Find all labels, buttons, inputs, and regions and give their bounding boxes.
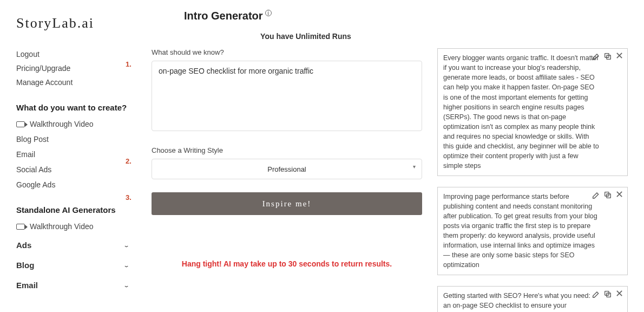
sidebar-item-label: Walkthrough Video	[30, 222, 94, 231]
edit-icon[interactable]	[592, 191, 600, 199]
close-icon[interactable]: ✕	[615, 191, 624, 199]
step-number: 2.	[126, 157, 132, 165]
sidebar-item-blog-post[interactable]: Blog Post	[16, 135, 130, 144]
close-icon[interactable]: ✕	[615, 52, 624, 61]
chevron-down-icon: ⌄	[123, 263, 130, 268]
sidebar-link-logout[interactable]: Logout	[16, 50, 130, 58]
step-2: 2. Choose a Writing Style Professional	[152, 146, 422, 179]
sidebar-heading-standalone: Standalone AI Generators	[16, 204, 130, 216]
sidebar-collapsible-ads[interactable]: Ads ⌄	[16, 237, 130, 253]
video-icon	[16, 121, 25, 127]
sidebar: StoryLab.ai Logout Pricing/Upgrade Manag…	[0, 0, 141, 312]
chevron-down-icon: ⌄	[123, 283, 130, 288]
result-text: Improving page performance starts before…	[443, 193, 597, 269]
sidebar-item-standalone-walkthrough[interactable]: Walkthrough Video	[16, 222, 130, 231]
sidebar-item-label: Walkthrough Video	[30, 120, 94, 128]
prompt-input[interactable]	[152, 61, 422, 131]
info-icon[interactable]: i	[265, 10, 272, 16]
sidebar-item-walkthrough-video[interactable]: Walkthrough Video	[16, 120, 130, 128]
step-3: 3. Inspire me!	[152, 192, 422, 215]
result-text: Getting started with SEO? Here's what yo…	[443, 292, 599, 313]
input-label-prompt: What should we know?	[152, 48, 422, 56]
result-text: Every blogger wants organic traffic. It …	[443, 54, 599, 170]
edit-icon[interactable]	[592, 290, 600, 298]
close-icon[interactable]: ✕	[615, 290, 624, 298]
sidebar-link-manage-account[interactable]: Manage Account	[16, 78, 130, 87]
sidebar-item-label: Blog Post	[16, 135, 49, 144]
writing-style-select[interactable]: Professional	[152, 159, 422, 179]
video-icon	[16, 224, 25, 230]
sidebar-collapsible-email[interactable]: Email ⌄	[16, 277, 130, 293]
sidebar-link-pricing[interactable]: Pricing/Upgrade	[16, 64, 130, 73]
copy-icon[interactable]	[603, 191, 612, 199]
select-label-style: Choose a Writing Style	[152, 146, 422, 154]
sidebar-item-google-ads[interactable]: Google Ads	[16, 180, 130, 189]
page-title: Intro Generator	[184, 10, 263, 22]
status-text: Hang tight! AI may take up to 30 seconds…	[152, 258, 422, 270]
sidebar-heading-create: What do you want to create?	[16, 102, 130, 113]
sidebar-collapsible-blog[interactable]: Blog ⌄	[16, 257, 130, 273]
sidebar-collapsible-label: Email	[16, 281, 38, 290]
chevron-down-icon: ⌄	[123, 243, 130, 248]
sidebar-collapsible-label: Ads	[16, 240, 31, 250]
main-content: Intro Generator i You have Unlimited Run…	[141, 0, 644, 312]
form-column: 1. What should we know? 2. Choose a Writ…	[152, 48, 422, 312]
sidebar-item-label: Social Ads	[16, 165, 51, 174]
brand-logo[interactable]: StoryLab.ai	[16, 15, 130, 31]
results-column: Every blogger wants organic traffic. It …	[437, 48, 628, 312]
step-number: 1.	[126, 60, 132, 68]
copy-icon[interactable]	[603, 52, 612, 61]
sidebar-item-email[interactable]: Email	[16, 150, 130, 159]
runs-text: You have Unlimited Runs	[184, 32, 428, 41]
step-1: 1. What should we know?	[152, 48, 422, 133]
sidebar-item-label: Email	[16, 150, 35, 159]
result-card: Improving page performance starts before…	[437, 187, 628, 275]
result-card: Every blogger wants organic traffic. It …	[437, 48, 628, 176]
sidebar-collapsible-label: Blog	[16, 261, 34, 270]
inspire-button[interactable]: Inspire me!	[152, 192, 422, 215]
sidebar-item-label: Google Ads	[16, 180, 55, 189]
edit-icon[interactable]	[592, 52, 600, 61]
step-number: 3.	[126, 193, 132, 202]
sidebar-item-social-ads[interactable]: Social Ads	[16, 165, 130, 174]
copy-icon[interactable]	[603, 290, 612, 298]
result-card: Getting started with SEO? Here's what yo…	[437, 286, 628, 313]
